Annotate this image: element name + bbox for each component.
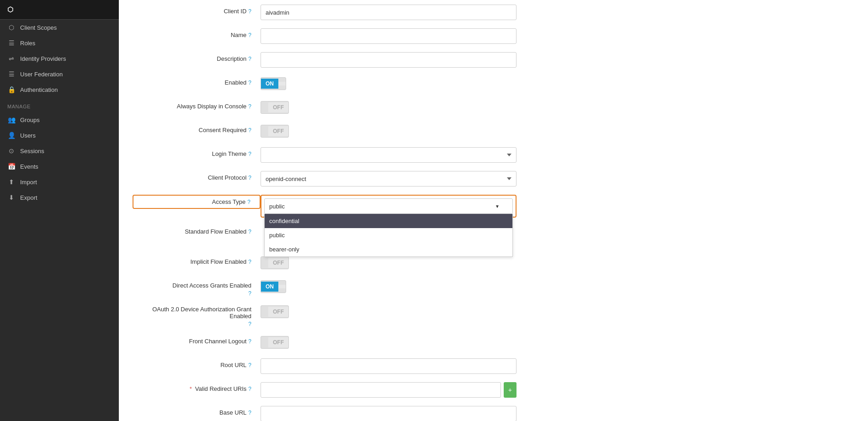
oauth-device-toggle-switch[interactable]: OFF	[261, 305, 289, 318]
access-type-select-display[interactable]: public ▼	[264, 198, 513, 214]
import-icon: ⬆	[7, 178, 16, 186]
sidebar-item-export[interactable]: ⬇ Export	[0, 190, 119, 205]
client-id-help-icon[interactable]: ?	[248, 8, 251, 15]
always-display-toggle: OFF	[261, 100, 517, 115]
direct-access-help-icon[interactable]: ?	[248, 290, 251, 297]
root-url-input[interactable]	[261, 358, 517, 374]
consent-required-help-icon[interactable]: ?	[248, 127, 251, 133]
front-channel-toggle: OFF	[261, 335, 517, 350]
always-display-off-label[interactable]: OFF	[268, 102, 288, 112]
always-display-toggle-switch[interactable]: OFF	[261, 101, 289, 114]
direct-access-toggle-switch[interactable]: ON	[261, 280, 286, 293]
consent-required-toggle-switch[interactable]: OFF	[261, 125, 289, 138]
oauth-device-row: OAuth 2.0 Device Authorization Grant Ena…	[133, 304, 517, 327]
name-row: Name ?	[133, 28, 517, 45]
oauth-device-help-icon[interactable]: ?	[248, 321, 251, 327]
valid-redirect-label: * Valid Redirect URIs ?	[133, 382, 261, 392]
valid-redirect-input[interactable]	[261, 382, 501, 398]
sidebar-logo: ⬡	[0, 0, 119, 20]
access-type-control: public public ▼ confidential public bear…	[261, 195, 517, 218]
sidebar-item-groups[interactable]: 👥 Groups	[0, 112, 119, 128]
consent-off-label[interactable]: OFF	[268, 126, 288, 136]
sidebar-item-identity-providers[interactable]: ⇌ Identity Providers	[0, 51, 119, 66]
sidebar-item-label: Sessions	[20, 148, 44, 155]
valid-redirect-help-icon[interactable]: ?	[248, 386, 251, 392]
always-display-help-icon[interactable]: ?	[248, 103, 251, 110]
access-type-option-bearer-only[interactable]: bearer-only	[265, 242, 512, 256]
sidebar-item-label: Import	[20, 179, 37, 186]
enabled-toggle: ON	[261, 76, 517, 91]
consent-on-side[interactable]	[261, 129, 268, 133]
login-theme-help-icon[interactable]: ?	[248, 151, 251, 157]
client-protocol-help-icon[interactable]: ?	[248, 175, 251, 181]
description-help-icon[interactable]: ?	[248, 56, 251, 62]
sidebar-item-import[interactable]: ⬆ Import	[0, 174, 119, 190]
form-container: Client ID ? Name ? Description ?	[119, 0, 530, 421]
front-channel-row: Front Channel Logout ? OFF	[133, 335, 517, 351]
implicit-flow-row: Implicit Flow Enabled ? OFF	[133, 255, 517, 272]
oauth-device-control: OFF	[261, 304, 517, 320]
implicit-flow-control: OFF	[261, 255, 517, 271]
valid-redirect-add-button[interactable]: +	[504, 382, 517, 398]
identity-providers-icon: ⇌	[7, 55, 16, 62]
login-theme-row: Login Theme ?	[133, 147, 517, 164]
users-icon: 👤	[7, 132, 16, 139]
valid-redirect-row: * Valid Redirect URIs ? +	[133, 382, 517, 399]
client-id-input[interactable]	[261, 5, 517, 20]
sidebar-item-events[interactable]: 📅 Events	[0, 159, 119, 174]
base-url-help-icon[interactable]: ?	[248, 410, 251, 416]
sidebar-item-label: Users	[20, 132, 36, 139]
authentication-icon: 🔒	[7, 86, 16, 93]
client-id-row: Client ID ?	[133, 5, 517, 21]
sidebar-item-client-scopes[interactable]: ⬡ Client Scopes	[0, 20, 119, 35]
client-scopes-icon: ⬡	[7, 24, 16, 31]
sidebar-item-sessions[interactable]: ⊙ Sessions	[0, 143, 119, 159]
standard-flow-help-icon[interactable]: ?	[248, 229, 251, 235]
sidebar-item-roles[interactable]: ☰ Roles	[0, 35, 119, 51]
description-label: Description ?	[133, 52, 261, 62]
sidebar-item-label: Groups	[20, 117, 40, 123]
description-row: Description ?	[133, 52, 517, 69]
implicit-flow-help-icon[interactable]: ?	[248, 259, 251, 265]
always-display-on-side[interactable]	[261, 106, 268, 109]
oauth-device-label: OAuth 2.0 Device Authorization Grant Ena…	[133, 304, 261, 327]
consent-required-label: Consent Required ?	[133, 123, 261, 133]
enabled-row: Enabled ? ON	[133, 76, 517, 92]
sessions-icon: ⊙	[7, 147, 16, 155]
base-url-input[interactable]	[261, 406, 517, 421]
access-type-option-confidential[interactable]: confidential	[265, 214, 512, 228]
toggle-off-side[interactable]	[278, 82, 286, 85]
sidebar: ⬡ ⬡ Client Scopes ☰ Roles ⇌ Identity Pro…	[0, 0, 119, 421]
client-id-control	[261, 5, 517, 20]
always-display-label: Always Display in Console ?	[133, 100, 261, 110]
base-url-label: Base URL ?	[133, 406, 261, 416]
manage-nav: 👥 Groups 👤 Users ⊙ Sessions 📅 Events ⬆ I…	[0, 112, 119, 205]
user-federation-icon: ☰	[7, 70, 16, 78]
base-url-control	[261, 406, 517, 421]
sidebar-item-user-federation[interactable]: ☰ User Federation	[0, 66, 119, 82]
toggle-on-label[interactable]: ON	[261, 79, 278, 89]
enabled-help-icon[interactable]: ?	[248, 80, 251, 86]
client-protocol-select[interactable]: openid-connect	[261, 171, 517, 187]
root-url-help-icon[interactable]: ?	[248, 362, 251, 368]
enabled-toggle-switch[interactable]: ON	[261, 77, 286, 90]
access-type-dropdown-wrap: public public ▼ confidential public bear…	[261, 195, 517, 218]
name-label: Name ?	[133, 28, 261, 38]
sidebar-item-users[interactable]: 👤 Users	[0, 128, 119, 143]
access-type-help-icon[interactable]: ?	[247, 199, 250, 205]
front-channel-toggle-switch[interactable]: OFF	[261, 336, 289, 349]
front-channel-label: Front Channel Logout ?	[133, 335, 261, 345]
sidebar-item-label: Authentication	[20, 86, 58, 93]
enabled-label: Enabled ?	[133, 76, 261, 86]
access-type-option-public[interactable]: public	[265, 228, 512, 242]
access-type-label: Access Type ?	[133, 195, 261, 209]
groups-icon: 👥	[7, 116, 16, 123]
login-theme-select[interactable]	[261, 147, 517, 163]
description-input[interactable]	[261, 52, 517, 68]
name-help-icon[interactable]: ?	[248, 32, 251, 38]
front-channel-help-icon[interactable]: ?	[248, 338, 251, 345]
sidebar-item-authentication[interactable]: 🔒 Authentication	[0, 82, 119, 97]
name-input[interactable]	[261, 28, 517, 44]
login-theme-control	[261, 147, 517, 163]
implicit-flow-toggle-switch[interactable]: OFF	[261, 256, 289, 269]
